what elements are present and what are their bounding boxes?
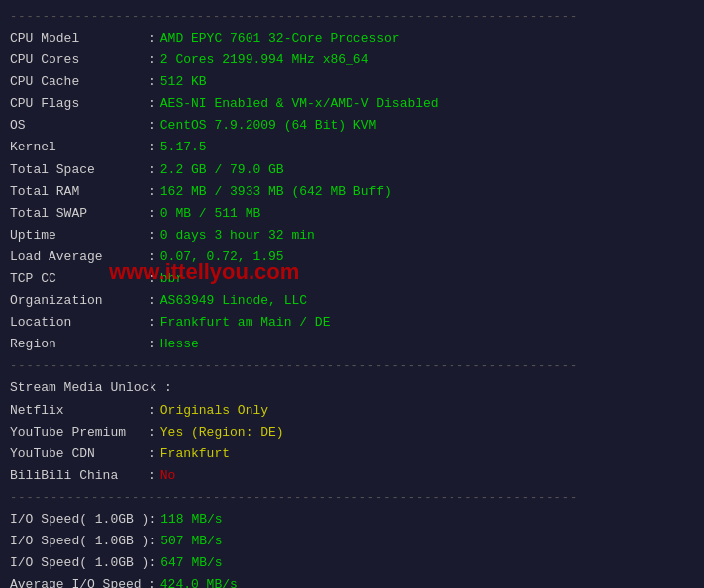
- org-value: AS63949 Linode, LLC: [160, 290, 307, 312]
- youtube-premium-value: Yes (Region: DE): [160, 422, 284, 443]
- divider-3: ----------------------------------------…: [10, 491, 694, 505]
- bilibili-row: BiliBili China : No: [10, 465, 694, 487]
- kernel-label: Kernel: [10, 137, 149, 158]
- os-row: OS : CentOS 7.9.2009 (64 Bit) KVM: [10, 115, 694, 137]
- location-label: Location: [10, 312, 149, 334]
- io2-label: I/O Speed( 1.0GB ): [10, 531, 149, 552]
- cpu-model-value: AMD EPYC 7601 32-Core Processor: [160, 28, 400, 49]
- region-value: Hesse: [160, 334, 199, 355]
- io2-row: I/O Speed( 1.0GB ) : 507 MB/s: [10, 531, 694, 552]
- io1-row: I/O Speed( 1.0GB ) : 118 MB/s: [10, 509, 694, 531]
- total-swap-label: Total SWAP: [10, 203, 149, 225]
- os-label: OS: [10, 115, 149, 137]
- total-space-label: Total Space: [10, 159, 149, 181]
- io2-value: 507 MB/s: [160, 531, 222, 552]
- bilibili-label: BiliBili China: [10, 465, 149, 487]
- io1-label: I/O Speed( 1.0GB ): [10, 509, 149, 531]
- os-value: CentOS 7.9.2009 (64 Bit) KVM: [160, 115, 376, 137]
- netflix-label: Netflix: [10, 400, 149, 422]
- avg-io-value: 424.0 MB/s: [160, 574, 238, 588]
- cpu-cores-row: CPU Cores : 2 Cores 2199.994 MHz x86_64: [10, 49, 694, 71]
- cpu-model-label: CPU Model: [10, 28, 149, 49]
- uptime-row: Uptime : 0 days 3 hour 32 min: [10, 225, 694, 246]
- load-avg-value: 0.07, 0.72, 1.95: [160, 246, 284, 268]
- cpu-flags-label: CPU Flags: [10, 93, 149, 115]
- bilibili-value: No: [160, 465, 176, 487]
- location-value: Frankfurt am Main / DE: [160, 312, 331, 334]
- io-section: I/O Speed( 1.0GB ) : 118 MB/s I/O Speed(…: [10, 509, 694, 588]
- total-space-row: Total Space : 2.2 GB / 79.0 GB: [10, 159, 694, 181]
- total-swap-value: 0 MB / 511 MB: [160, 203, 260, 225]
- kernel-row: Kernel : 5.17.5: [10, 137, 694, 158]
- io3-row: I/O Speed( 1.0GB ) : 647 MB/s: [10, 552, 694, 574]
- kernel-value: 5.17.5: [160, 137, 207, 158]
- total-ram-row: Total RAM : 162 MB / 3933 MB (642 MB Buf…: [10, 181, 694, 203]
- location-row: Location : Frankfurt am Main / DE: [10, 312, 694, 334]
- tcp-cc-row: TCP CC : bbr: [10, 268, 694, 290]
- cpu-cores-label: CPU Cores: [10, 49, 149, 71]
- youtube-premium-label: YouTube Premium: [10, 422, 149, 443]
- total-space-value: 2.2 GB / 79.0 GB: [160, 159, 284, 181]
- io1-value: 118 MB/s: [160, 509, 222, 531]
- total-ram-label: Total RAM: [10, 181, 149, 203]
- load-avg-row: Load Average : 0.07, 0.72, 1.95: [10, 246, 694, 268]
- youtube-cdn-row: YouTube CDN : Frankfurt: [10, 443, 694, 465]
- cpu-flags-value: AES-NI Enabled & VM-x/AMD-V Disabled: [160, 93, 439, 115]
- avg-io-label: Average I/O Speed: [10, 574, 149, 588]
- youtube-premium-row: YouTube Premium : Yes (Region: DE): [10, 422, 694, 443]
- cpu-model-row: CPU Model : AMD EPYC 7601 32-Core Proces…: [10, 28, 694, 49]
- load-avg-label: Load Average: [10, 246, 149, 268]
- total-ram-value: 162 MB / 3933 MB (642 MB Buff): [160, 181, 392, 203]
- youtube-cdn-value: Frankfurt: [160, 443, 230, 465]
- netflix-value: Originals Only: [160, 400, 268, 422]
- avg-io-row: Average I/O Speed : 424.0 MB/s: [10, 574, 694, 588]
- divider-2: ----------------------------------------…: [10, 359, 694, 373]
- cpu-flags-row: CPU Flags : AES-NI Enabled & VM-x/AMD-V …: [10, 93, 694, 115]
- netflix-row: Netflix : Originals Only: [10, 400, 694, 422]
- cpu-cache-value: 512 KB: [160, 71, 207, 93]
- stream-title-row: Stream Media Unlock :: [10, 377, 694, 399]
- divider-top: ----------------------------------------…: [10, 10, 694, 24]
- system-info-section: CPU Model : AMD EPYC 7601 32-Core Proces…: [10, 28, 694, 355]
- region-label: Region: [10, 334, 149, 355]
- cpu-cores-value: 2 Cores 2199.994 MHz x86_64: [160, 49, 369, 71]
- media-section: Stream Media Unlock : Netflix : Original…: [10, 377, 694, 486]
- youtube-cdn-label: YouTube CDN: [10, 443, 149, 465]
- uptime-label: Uptime: [10, 225, 149, 246]
- region-row: Region : Hesse: [10, 334, 694, 355]
- uptime-value: 0 days 3 hour 32 min: [160, 225, 315, 246]
- io3-value: 647 MB/s: [160, 552, 222, 574]
- org-row: Organization : AS63949 Linode, LLC: [10, 290, 694, 312]
- tcp-cc-value: bbr: [160, 268, 183, 290]
- stream-title: Stream Media Unlock :: [10, 377, 172, 399]
- cpu-cache-row: CPU Cache : 512 KB: [10, 71, 694, 93]
- tcp-cc-label: TCP CC: [10, 268, 149, 290]
- cpu-cache-label: CPU Cache: [10, 71, 149, 93]
- io3-label: I/O Speed( 1.0GB ): [10, 552, 149, 574]
- total-swap-row: Total SWAP : 0 MB / 511 MB: [10, 203, 694, 225]
- org-label: Organization: [10, 290, 149, 312]
